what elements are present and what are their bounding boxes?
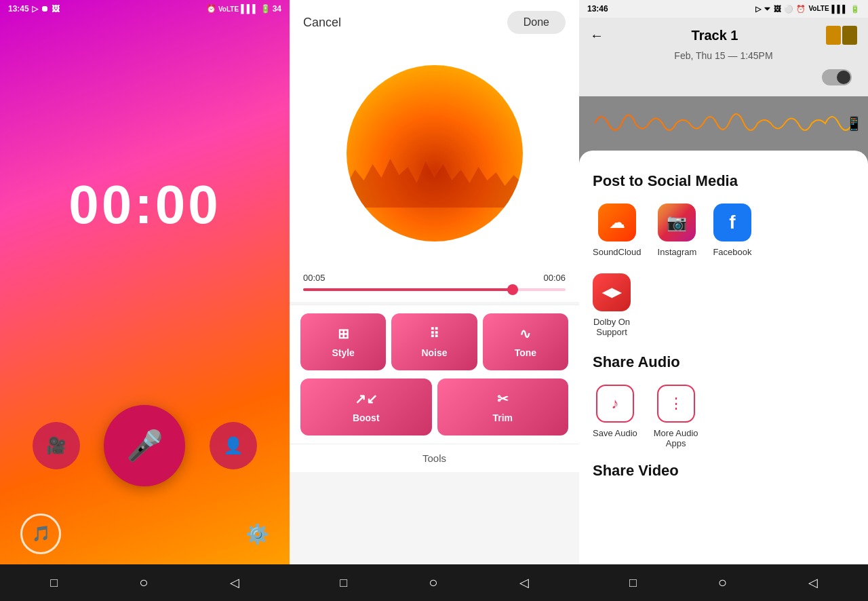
nav-square-3[interactable]: □ [629, 576, 637, 590]
record-dot-1: ⏺ [41, 4, 49, 14]
signal-icon-3: ▌▌▌ [832, 5, 848, 14]
toggle-thumb [837, 71, 850, 84]
dolby-logo [826, 26, 857, 45]
nav-bar-1: □ ○ ◁ [0, 564, 290, 601]
circle-icon-3: ⚪ [784, 5, 793, 14]
timer-display: 00:00 [0, 18, 290, 391]
status-right-1: ⏰ VoLTE ▌▌▌ 🔋 34 [206, 4, 281, 14]
save-audio-item[interactable]: ♪ Save Audio [593, 385, 637, 448]
instagram-icon: 📷 [658, 203, 696, 241]
instagram-item[interactable]: 📷 Instagram [658, 203, 697, 257]
nav-back-3[interactable]: ◁ [808, 575, 818, 590]
editor-header: Cancel Done [290, 0, 579, 45]
tools-grid-bottom: ↗↙ Boost ✂ Trim [290, 379, 579, 444]
nav-home-1[interactable]: ○ [139, 574, 148, 592]
noise-label: Noise [421, 347, 447, 358]
trim-icon: ✂ [497, 391, 509, 407]
tone-label: Tone [515, 347, 536, 358]
share-audio-section: Share Audio ♪ Save Audio ⋮ More AudioApp… [593, 353, 854, 448]
style-icon: ⊞ [338, 326, 349, 342]
status-left-1: 13:45 ▷ ⏺ 🖼 [8, 4, 60, 14]
done-button[interactable]: Done [507, 11, 566, 34]
status-icons-3: ▷ ⏷ 🖼 ⚪ ⏰ VoLTE ▌▌▌ 🔋 [755, 5, 860, 14]
back-arrow[interactable]: ← [590, 28, 604, 43]
nav-home-3[interactable]: ○ [718, 574, 727, 592]
bottom-controls: 🎥 🎤 👤 [0, 391, 290, 513]
panel-audio-editor: Cancel Done 00:05 00:06 ⊞ Style ⠿ Noise … [290, 0, 579, 601]
settings-icon: ⚙️ [245, 524, 269, 545]
dolby-item[interactable]: ◀▶ Dolby OnSupport [593, 273, 631, 337]
boost-icon: ↗↙ [355, 391, 378, 407]
dolby-row: ◀▶ Dolby OnSupport [593, 273, 854, 337]
track-header: ← Track 1 Feb, Thu 15 — 1:45PM [579, 18, 868, 96]
save-audio-label: Save Audio [593, 428, 637, 438]
facebook-item[interactable]: f Facebook [713, 203, 751, 257]
social-media-title: Post to Social Media [593, 172, 854, 190]
cancel-button[interactable]: Cancel [303, 16, 341, 30]
time-1: 13:45 [8, 4, 29, 14]
progress-bar[interactable] [303, 288, 566, 291]
noise-button[interactable]: ⠿ Noise [391, 313, 477, 370]
instagram-glyph: 📷 [667, 213, 687, 232]
share-modal: Post to Social Media ☁ SoundCloud 📷 Inst… [579, 151, 868, 564]
more-audio-icon: ⋮ [657, 385, 695, 423]
toggle-switch[interactable] [822, 69, 852, 85]
more-audio-glyph: ⋮ [669, 395, 684, 412]
tone-button[interactable]: ∿ Tone [483, 313, 568, 370]
boost-button[interactable]: ↗↙ Boost [300, 379, 432, 435]
battery-level-1: 34 [273, 4, 281, 14]
time-start: 00:05 [303, 273, 326, 283]
soundcloud-label: SoundCloud [593, 247, 642, 257]
nav-square-1[interactable]: □ [50, 576, 58, 590]
progress-thumb [507, 284, 518, 295]
bottom-bar-extra: 🎵 ⚙️ [0, 513, 290, 564]
battery-icon-1: 🔋 [260, 4, 271, 14]
record-button[interactable]: 🎤 [104, 405, 185, 486]
style-button[interactable]: ⊞ Style [300, 313, 386, 370]
track-title-row: ← Track 1 [590, 26, 857, 45]
nav-back-2[interactable]: ◁ [519, 575, 529, 590]
track-date: Feb, Thu 15 — 1:45PM [590, 45, 857, 66]
panel-share: 13:46 ▷ ⏷ 🖼 ⚪ ⏰ VoLTE ▌▌▌ 🔋 ← Track 1 Fe… [579, 0, 868, 601]
time-end: 00:06 [543, 273, 566, 283]
trim-button[interactable]: ✂ Trim [437, 379, 569, 435]
dolby-d2 [842, 26, 857, 45]
timer-value: 00:00 [68, 174, 221, 236]
profile-button[interactable]: 👤 [210, 422, 257, 469]
soundcloud-item[interactable]: ☁ SoundCloud [593, 203, 642, 257]
share-video-section: Share Video [593, 462, 854, 480]
mic-icon: 🎤 [126, 428, 163, 463]
nav-square-2[interactable]: □ [340, 576, 347, 590]
volte-icon-3: VoLTE [808, 5, 829, 14]
dolby-icon: ◀▶ [593, 273, 631, 311]
waveform-preview: 📱 [579, 96, 868, 151]
profile-icon: 👤 [223, 436, 243, 455]
nav-bar-3: □ ○ ◁ [579, 564, 868, 601]
status-bar-1: 13:45 ▷ ⏺ 🖼 ⏰ VoLTE ▌▌▌ 🔋 34 [0, 0, 290, 18]
save-audio-icon: ♪ [596, 385, 634, 423]
timeline-container: 00:05 00:06 [290, 262, 579, 302]
dolby-label: Dolby OnSupport [593, 317, 630, 337]
more-audio-item[interactable]: ⋮ More AudioApps [654, 385, 698, 448]
nav-back-1[interactable]: ◁ [230, 575, 239, 590]
nav-home-2[interactable]: ○ [429, 574, 437, 592]
tools-label: Tools [290, 444, 579, 472]
volte-icon-1: VoLTE [218, 5, 239, 13]
dolby-d1 [826, 26, 841, 45]
audio-grid: ♪ Save Audio ⋮ More AudioApps [593, 385, 854, 448]
nav-bar-2: □ ○ ◁ [290, 564, 579, 601]
settings-button[interactable]: ⚙️ [245, 523, 269, 545]
video-button[interactable]: 🎥 [33, 422, 80, 469]
save-audio-glyph: ♪ [611, 395, 618, 412]
play-icon-1: ▷ [32, 4, 38, 14]
waveform-container [290, 45, 579, 262]
soundcloud-glyph: ☁ [609, 213, 625, 232]
music-button[interactable]: 🎵 [20, 513, 61, 554]
social-grid: ☁ SoundCloud 📷 Instagram f Facebook [593, 203, 854, 257]
phone-icon: 📱 [846, 115, 863, 132]
tools-grid-top: ⊞ Style ⠿ Noise ∿ Tone [290, 305, 579, 379]
share-audio-title: Share Audio [593, 353, 854, 371]
image-icon-1: 🖼 [52, 4, 60, 14]
progress-fill [303, 288, 518, 291]
waveform-svg [595, 103, 852, 144]
